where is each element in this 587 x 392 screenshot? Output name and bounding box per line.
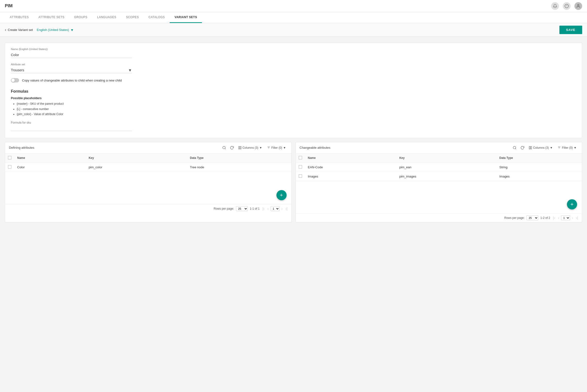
tab-scopes[interactable]: SCOPES — [121, 12, 144, 23]
defining-columns-button[interactable]: Columns (3) ▼ — [237, 145, 264, 150]
changeable-table-row-1: Images pim_images Images — [296, 172, 582, 181]
defining-filter-button[interactable]: Filter (0) ▼ — [265, 145, 287, 150]
changeable-add-button[interactable]: + — [567, 199, 577, 210]
placeholder-list: {master} - SKU of the parent product {L}… — [17, 101, 576, 117]
placeholder-item-1: {L} - consecutive number — [17, 107, 576, 112]
defining-next-page-button[interactable]: › — [280, 206, 284, 211]
save-button[interactable]: SAVE — [559, 26, 582, 34]
user-avatar[interactable] — [574, 2, 582, 10]
svg-rect-7 — [240, 146, 241, 149]
notifications-icon[interactable] — [551, 2, 559, 10]
name-label: Name (English (United States)) — [11, 48, 576, 50]
defining-first-page-button[interactable]: |‹ — [262, 206, 265, 211]
svg-rect-14 — [531, 146, 531, 149]
changeable-col-datatype: Data Type — [496, 154, 582, 163]
changeable-row-check-0 — [296, 162, 305, 172]
main-content: Name (English (United States)) Attribute… — [0, 37, 587, 392]
changeable-header-checkbox[interactable] — [299, 156, 302, 159]
changeable-spacer-row — [296, 181, 582, 196]
attribute-set-select[interactable]: Trousers — [11, 67, 132, 73]
changeable-row-0-name: EAN-Code — [305, 162, 397, 172]
changeable-last-page-button[interactable]: ›| — [575, 216, 579, 220]
defining-page-nav: |‹ ‹ 1 › ›| — [262, 206, 288, 211]
tab-catalogs[interactable]: CATALOGS — [144, 12, 170, 23]
changeable-table-title: Changeable attributes — [300, 146, 510, 150]
defining-table-header: Defining attributes Columns (3) ▼ Filter… — [5, 142, 291, 154]
defining-last-page-button[interactable]: ›| — [284, 206, 288, 211]
tab-attribute-sets[interactable]: ATTRIBUTE SETS — [34, 12, 69, 23]
name-field-group: Name (English (United States)) — [11, 48, 576, 58]
back-button[interactable]: ‹ Create Variant set — [5, 27, 33, 32]
defining-filter-label: Filter (0) — [271, 146, 282, 150]
changeable-columns-button[interactable]: Columns (3) ▼ — [527, 145, 554, 150]
changeable-next-page-button[interactable]: › — [571, 216, 574, 220]
changeable-row-1-checkbox[interactable] — [299, 174, 302, 178]
defining-header-checkbox[interactable] — [8, 156, 11, 159]
formula-sku-input[interactable] — [11, 125, 132, 131]
placeholders-title: Possible placeholders — [11, 96, 576, 100]
defining-table-footer: Rows per page: 25 50 100 1-1 of 1 |‹ ‹ 1… — [5, 204, 291, 213]
tab-groups[interactable]: GROUPS — [69, 12, 92, 23]
changeable-filter-arrow: ▼ — [574, 146, 576, 150]
name-input[interactable] — [11, 52, 132, 58]
toggle-knob — [11, 78, 15, 82]
changeable-first-page-button[interactable]: |‹ — [552, 216, 556, 220]
language-dropdown-icon: ▼ — [71, 28, 74, 32]
defining-attributes-panel: Defining attributes Columns (3) ▼ Filter… — [5, 142, 292, 223]
svg-rect-6 — [238, 146, 239, 149]
tables-row: Defining attributes Columns (3) ▼ Filter… — [5, 142, 582, 223]
defining-page-select[interactable]: 1 — [271, 206, 279, 211]
changeable-search-button[interactable] — [512, 145, 517, 150]
copy-values-toggle[interactable] — [11, 78, 19, 82]
changeable-table-row-0: EAN-Code pim_ean String — [296, 162, 582, 172]
defining-search-button[interactable] — [221, 145, 227, 150]
toggle-row: Copy values of changeable attributes to … — [11, 78, 576, 82]
toolbar: ‹ Create Variant set English (United Sta… — [0, 23, 587, 37]
changeable-row-1-datatype: Images — [496, 172, 582, 181]
attribute-set-select-wrap: Trousers ▼ — [11, 67, 132, 73]
svg-line-12 — [515, 148, 516, 149]
changeable-refresh-button[interactable] — [519, 145, 525, 150]
defining-table: Name Key Data Type Color pim_color Tree … — [5, 154, 291, 186]
defining-filter-arrow: ▼ — [283, 146, 286, 150]
changeable-attributes-panel: Changeable attributes Columns (3) ▼ Filt… — [296, 142, 582, 223]
changeable-col-key: Key — [397, 154, 496, 163]
changeable-filter-button[interactable]: Filter (0) ▼ — [556, 145, 578, 150]
changeable-row-0-checkbox[interactable] — [299, 165, 302, 168]
changeable-columns-label: Columns (3) — [533, 146, 549, 150]
tab-languages[interactable]: LANGUAGES — [92, 12, 121, 23]
nav-tabs: ATTRIBUTES ATTRIBUTE SETS GROUPS LANGUAG… — [0, 12, 587, 23]
changeable-row-1-name: Images — [305, 172, 397, 181]
changeable-prev-page-button[interactable]: ‹ — [557, 216, 560, 220]
changeable-col-name: Name — [305, 154, 397, 163]
defining-pagination-info: 1-1 of 1 — [250, 207, 260, 210]
formula-sku-label: Formula for sku — [11, 121, 576, 124]
tab-attributes[interactable]: ATTRIBUTES — [5, 12, 34, 23]
defining-row-check-0 — [5, 162, 14, 172]
back-arrow-icon: ‹ — [5, 27, 6, 32]
bell-icon[interactable] — [563, 2, 570, 10]
tab-variant-sets[interactable]: VARIANT SETS — [170, 12, 202, 23]
changeable-filter-label: Filter (0) — [562, 146, 573, 150]
defining-refresh-button[interactable] — [229, 145, 235, 150]
formulas-section: Formulas Possible placeholders {master} … — [11, 85, 576, 133]
svg-point-3 — [577, 4, 579, 6]
language-selector[interactable]: English (United States) ▼ — [37, 28, 74, 32]
changeable-row-0-key: pim_ean — [397, 162, 496, 172]
changeable-rows-per-page-select[interactable]: 25 50 100 — [526, 216, 538, 220]
svg-line-5 — [225, 148, 226, 149]
defining-col-name: Name — [14, 154, 86, 163]
defining-table-row: Color pim_color Tree node — [5, 162, 291, 172]
changeable-add-icon: + — [570, 202, 574, 207]
defining-row-0-checkbox[interactable] — [8, 165, 11, 168]
defining-col-datatype: Data Type — [187, 154, 291, 163]
changeable-row-1-key: pim_images — [397, 172, 496, 181]
changeable-page-select[interactable]: 1 — [561, 216, 570, 220]
svg-point-4 — [223, 146, 225, 149]
defining-prev-page-button[interactable]: ‹ — [266, 206, 270, 211]
defining-rows-per-page-label: Rows per page: — [214, 207, 234, 210]
changeable-table: Name Key Data Type EAN-Code pim_ean Stri… — [296, 154, 582, 196]
defining-add-button[interactable]: + — [276, 190, 286, 200]
defining-rows-per-page-select[interactable]: 25 50 100 — [236, 206, 248, 211]
changeable-table-header: Changeable attributes Columns (3) ▼ Filt… — [296, 142, 582, 154]
